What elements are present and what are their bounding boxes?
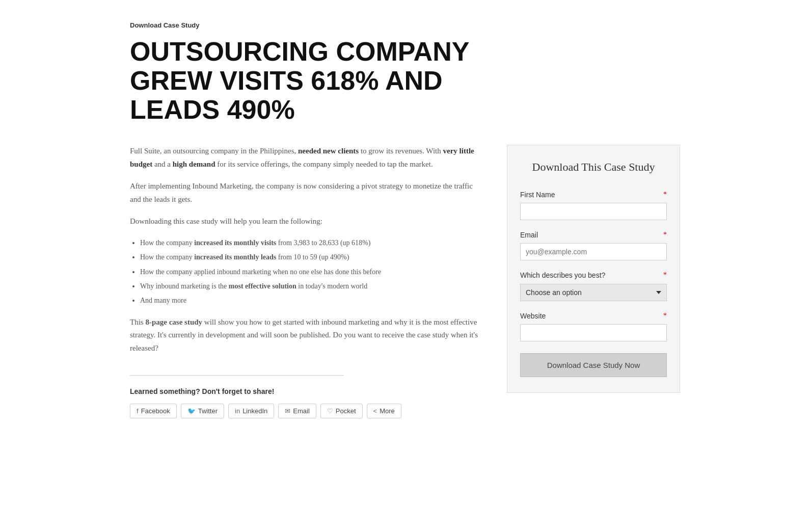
paragraph-4: This 8-page case study will show you how… bbox=[130, 316, 481, 355]
first-name-group: First Name * bbox=[520, 189, 667, 220]
first-name-input[interactable] bbox=[520, 203, 667, 220]
pocket-label: Pocket bbox=[336, 407, 356, 415]
list-item: How the company applied inbound marketin… bbox=[140, 267, 481, 278]
first-name-required: * bbox=[663, 189, 667, 200]
facebook-icon: f bbox=[137, 407, 139, 415]
email-label: Email bbox=[520, 229, 538, 241]
describes-label: Which describes you best? bbox=[520, 270, 605, 281]
describes-required: * bbox=[663, 270, 667, 281]
more-share-button[interactable]: < More bbox=[367, 404, 401, 418]
more-icon: < bbox=[373, 407, 377, 415]
bullet-list: How the company increased its monthly vi… bbox=[130, 237, 481, 307]
section-divider bbox=[130, 375, 344, 376]
share-section: Learned something? Don't forget to share… bbox=[130, 386, 481, 418]
facebook-label: Facebook bbox=[141, 407, 170, 415]
pocket-share-button[interactable]: ♡ Pocket bbox=[320, 404, 363, 418]
share-label: Learned something? Don't forget to share… bbox=[130, 386, 481, 397]
intro-paragraph: Full Suite, an outsourcing company in th… bbox=[130, 145, 481, 171]
twitter-label: Twitter bbox=[198, 407, 218, 415]
form-card: Download This Case Study First Name * Em… bbox=[507, 145, 680, 393]
describes-group: Which describes you best? * Choose an op… bbox=[520, 270, 667, 301]
website-required: * bbox=[663, 310, 667, 322]
email-input[interactable] bbox=[520, 243, 667, 260]
email-required: * bbox=[663, 229, 667, 241]
pocket-icon: ♡ bbox=[327, 407, 333, 415]
list-item: How the company increased its monthly le… bbox=[140, 252, 481, 263]
email-icon: ✉ bbox=[285, 407, 290, 415]
list-item: Why inbound marketing is the most effect… bbox=[140, 281, 481, 292]
twitter-share-button[interactable]: 🐦 Twitter bbox=[181, 404, 224, 418]
list-item: And many more bbox=[140, 295, 481, 306]
share-buttons-container: f Facebook 🐦 Twitter in LinkedIn ✉ Email bbox=[130, 404, 481, 418]
breadcrumb: Download Case Study bbox=[130, 20, 680, 31]
website-input[interactable] bbox=[520, 324, 667, 341]
website-group: Website * bbox=[520, 310, 667, 341]
email-share-label: Email bbox=[293, 407, 310, 415]
paragraph-2: After implementing Inbound Marketing, th… bbox=[130, 180, 481, 206]
linkedin-icon: in bbox=[235, 407, 240, 415]
form-title: Download This Case Study bbox=[520, 158, 667, 176]
email-group: Email * bbox=[520, 229, 667, 260]
email-share-button[interactable]: ✉ Email bbox=[278, 404, 316, 418]
linkedin-share-button[interactable]: in LinkedIn bbox=[228, 404, 274, 418]
linkedin-label: LinkedIn bbox=[242, 407, 267, 415]
website-label: Website bbox=[520, 310, 546, 322]
download-button[interactable]: Download Case Study Now bbox=[520, 353, 667, 377]
first-name-label: First Name bbox=[520, 189, 555, 200]
page-title: OUTSOURCING COMPANY GREW VISITS 618% AND… bbox=[130, 37, 487, 125]
twitter-icon: 🐦 bbox=[187, 407, 196, 415]
facebook-share-button[interactable]: f Facebook bbox=[130, 404, 177, 418]
describes-select[interactable]: Choose an option bbox=[520, 284, 667, 301]
paragraph-3: Downloading this case study will help yo… bbox=[130, 215, 481, 228]
list-item: How the company increased its monthly vi… bbox=[140, 237, 481, 249]
more-label: More bbox=[380, 407, 395, 415]
